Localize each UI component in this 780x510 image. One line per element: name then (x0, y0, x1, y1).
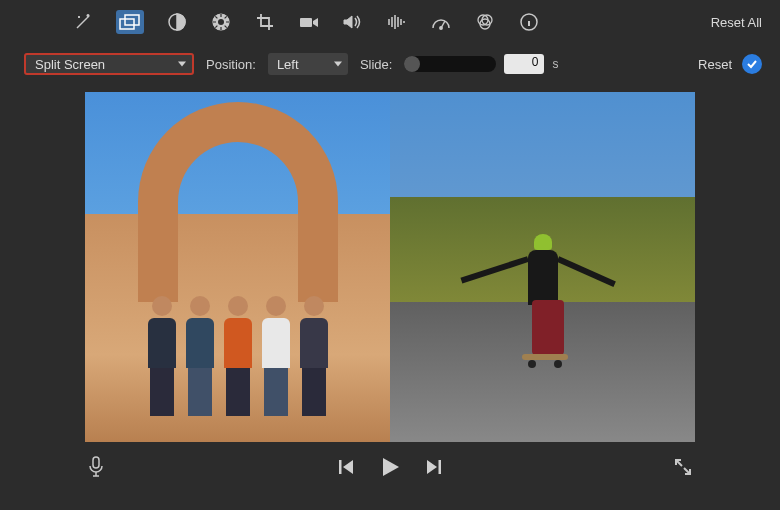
slide-group: 0 s (404, 54, 558, 74)
next-button[interactable] (425, 458, 443, 479)
svg-rect-11 (93, 457, 99, 468)
video-overlay-icon[interactable] (116, 10, 144, 34)
noise-reduction-icon[interactable] (386, 11, 408, 33)
position-dropdown[interactable]: Left (268, 53, 348, 75)
split-right-pane (390, 92, 695, 442)
split-left-pane (85, 92, 390, 442)
slider-thumb[interactable] (404, 56, 420, 72)
slide-unit: s (552, 57, 558, 71)
reset-all-button[interactable]: Reset All (711, 15, 762, 30)
position-label: Position: (206, 57, 256, 72)
color-correction-icon[interactable] (210, 11, 232, 33)
svg-point-4 (218, 19, 224, 25)
slide-slider[interactable] (404, 56, 496, 72)
reset-button[interactable]: Reset (698, 57, 732, 72)
crop-icon[interactable] (254, 11, 276, 33)
transport-bar (0, 442, 780, 494)
info-icon[interactable] (518, 11, 540, 33)
filters-icon[interactable] (474, 11, 496, 33)
svg-rect-0 (120, 19, 134, 29)
overlay-params: Split Screen Position: Left Slide: 0 s R… (0, 44, 780, 84)
magic-wand-icon[interactable] (72, 11, 94, 33)
fullscreen-button[interactable] (674, 458, 692, 479)
svg-point-6 (440, 27, 442, 29)
overlay-mode-dropdown[interactable]: Split Screen (24, 53, 194, 75)
svg-rect-12 (339, 460, 342, 474)
skater-graphic (528, 250, 558, 305)
position-value: Left (277, 57, 299, 72)
volume-icon[interactable] (342, 11, 364, 33)
speed-icon[interactable] (430, 11, 452, 33)
people-group-graphic (145, 296, 331, 416)
svg-rect-1 (125, 15, 139, 25)
chevron-down-icon (178, 62, 186, 67)
voiceover-mic-button[interactable] (88, 456, 104, 481)
play-button[interactable] (379, 456, 401, 481)
stabilize-icon[interactable] (298, 11, 320, 33)
overlay-mode-value: Split Screen (35, 57, 105, 72)
preview-viewer[interactable] (85, 92, 695, 442)
color-balance-icon[interactable] (166, 11, 188, 33)
svg-rect-13 (439, 460, 442, 474)
previous-button[interactable] (337, 458, 355, 479)
chevron-down-icon (334, 62, 342, 67)
svg-rect-5 (300, 18, 312, 27)
slide-value-field[interactable]: 0 (504, 54, 544, 74)
slide-label: Slide: (360, 57, 393, 72)
inspector-toolbar: Reset All (0, 0, 780, 44)
rock-arch-graphic (138, 102, 338, 302)
apply-check-button[interactable] (742, 54, 762, 74)
